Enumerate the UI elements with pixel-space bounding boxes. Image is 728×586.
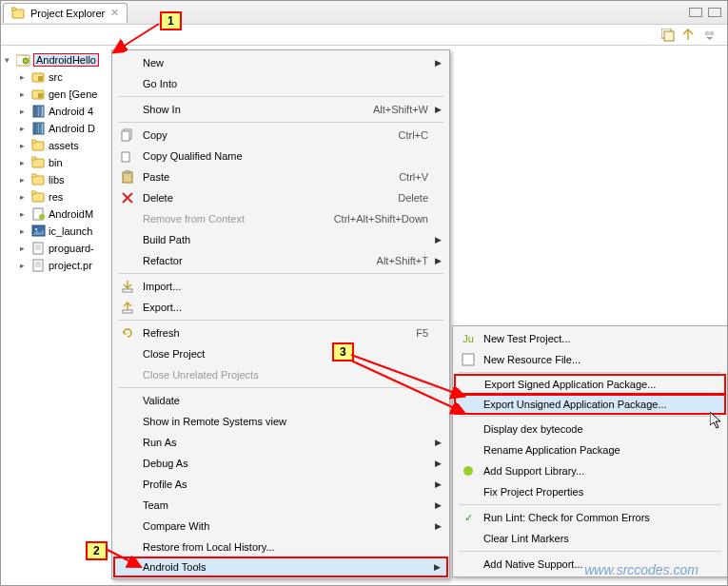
svg-line-47 (115, 24, 159, 51)
annotation-arrows (1, 1, 728, 586)
svg-line-50 (351, 361, 462, 412)
cursor-icon (710, 412, 725, 431)
svg-line-48 (108, 550, 139, 566)
watermark: www.srccodes.com (584, 562, 698, 577)
svg-line-49 (351, 355, 462, 396)
